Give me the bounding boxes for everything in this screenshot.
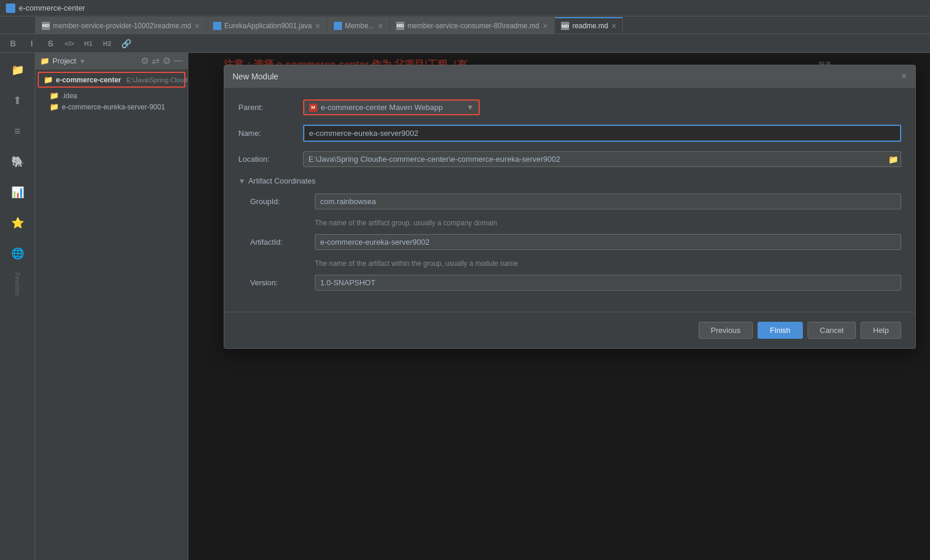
code-button[interactable]: </> [61,36,78,51]
sidebar-star-icon[interactable]: ⭐ [3,209,32,238]
panel-minimize-icon[interactable]: — [174,55,183,66]
main-content: 注意：选择 e-commerce-center 作为 父项目/工程（有... N… [188,53,930,560]
left-sidebar: 📁 ⬆ ≡ 🐘 📊 ⭐ 🌐 Favorites [0,53,35,560]
parent-row: Parent: M e-commerce-center Maven Webapp… [238,99,901,115]
tab-close-4[interactable]: × [543,21,547,31]
editor-toolbar: B I S </> H1 H2 🔗 [0,34,930,53]
project-panel: 📁 Project ▼ ⚙ ⇄ ⚙ — 📁 e-commerce-center … [35,53,188,560]
maven-icon: M [309,104,317,112]
artifact-section-label: Artifact Coordinates [248,176,315,185]
gradle-icon-symbol: 🐘 [11,155,24,168]
dialog-body: Parent: M e-commerce-center Maven Webapp… [224,88,915,312]
groupid-input[interactable] [315,194,901,209]
tab-member-service[interactable]: Membe... × [327,17,389,34]
italic-button[interactable]: I [24,36,40,51]
panel-dropdown-icon[interactable]: ▼ [79,58,85,65]
artifactid-label: ArtifactId: [250,238,315,246]
tab-close-3[interactable]: × [378,21,383,31]
tree-idea-folder[interactable]: 📁 .idea [35,90,188,101]
tab-close-1[interactable]: × [195,21,200,31]
parent-dropdown-arrow: ▼ [466,103,474,112]
link-button[interactable]: 🔗 [118,36,134,51]
dialog-close-button[interactable]: × [901,70,907,82]
eureka-folder-icon: 📁 [49,102,59,111]
location-field-wrapper: 📁 [303,151,901,167]
tab-readme-active[interactable]: MD readme.md × [554,17,623,34]
tab-label-1: member-service-provider-10002\readme.md [53,22,191,30]
tab-label-4: member-service-consumer-80\readme.md [407,22,539,30]
artifact-sub-form: GroupId: The name of the artifact group,… [238,194,901,291]
bold-button[interactable]: B [5,36,21,51]
panel-expand-icon[interactable]: ⇄ [152,55,160,66]
tab-consumer-readme[interactable]: MD member-service-consumer-80\readme.md … [390,17,554,34]
sidebar-web-icon[interactable]: 🌐 [3,239,32,269]
tab-icon-md1: MD [42,22,50,30]
previous-button[interactable]: Previous [699,322,753,339]
version-row: Version: [250,275,901,291]
eureka-folder-label: e-commerce-eureka-server-9001 [62,103,165,111]
strikethrough-button[interactable]: S [42,36,59,51]
sidebar-chart-icon[interactable]: 📊 [3,178,32,208]
app-icon [6,4,15,13]
location-folder-button[interactable]: 📁 [888,155,898,164]
panel-title-icon: 📁 [40,56,49,65]
idea-folder-icon: 📁 [49,91,59,100]
dialog-backdrop: New Module × Parent: M e-commerce-center… [188,53,930,560]
h1-button[interactable]: H1 [80,36,97,51]
location-row: Location: 📁 [238,151,901,167]
cancel-button[interactable]: Cancel [808,322,856,339]
dialog-title-text: New Module [232,72,278,81]
artifactid-row: ArtifactId: [250,234,901,250]
panel-gear-icon[interactable]: ⚙ [162,55,171,66]
web-icon-symbol: 🌐 [11,247,24,260]
name-row: Name: [238,125,901,142]
dialog-footer: Previous Finish Cancel Help [224,312,915,348]
dialog-title-bar: New Module × [224,65,915,88]
finish-button[interactable]: Finish [758,322,803,339]
tab-eureka-app[interactable]: EurekaApplication9001.java × [207,17,327,34]
idea-folder-label: .idea [62,92,77,100]
panel-actions: ⚙ ⇄ ⚙ — [141,55,183,66]
panel-settings-icon[interactable]: ⚙ [141,55,149,66]
tree-eureka-folder[interactable]: 📁 e-commerce-eureka-server-9001 [35,101,188,112]
version-label: Version: [250,278,315,287]
sidebar-commit-icon[interactable]: ⬆ [3,86,32,116]
name-input[interactable] [303,125,901,142]
version-input[interactable] [315,275,901,291]
app-title: e-commerce-center [19,4,85,12]
groupid-hint: The name of the artifact group, usually … [315,219,901,227]
project-icon-symbol: 📁 [11,64,24,76]
root-item-path: E:\Java\Spring Cloud\e-commerce-c... [127,76,188,84]
sidebar-project-icon[interactable]: 📁 [3,56,32,85]
location-label: Location: [238,155,303,164]
sidebar-favorites-label: Favorites [3,270,32,299]
groupid-label: GroupId: [250,197,315,206]
commit-icon-symbol: ⬆ [13,94,22,107]
tab-member-provider[interactable]: MD member-service-provider-10002\readme.… [35,17,206,34]
chart-icon-symbol: 📊 [11,186,24,199]
tab-label-3: Membe... [345,22,374,30]
help-button[interactable]: Help [861,322,901,339]
tab-icon-md2: MD [396,22,404,30]
tab-close-5[interactable]: × [612,21,616,31]
sidebar-structure-icon[interactable]: ≡ [3,117,32,146]
parent-dropdown[interactable]: M e-commerce-center Maven Webapp ▼ [303,99,480,115]
artifact-chevron: ▼ [238,177,245,185]
tab-icon-md3: MD [561,22,569,30]
artifact-section-header[interactable]: ▼ Artifact Coordinates [238,176,901,185]
structure-icon-symbol: ≡ [14,125,21,138]
sidebar-gradle-icon[interactable]: 🐘 [3,148,32,177]
panel-header: 📁 Project ▼ ⚙ ⇄ ⚙ — [35,53,188,69]
tree-root-item[interactable]: 📁 e-commerce-center E:\Java\Spring Cloud… [38,72,185,88]
h2-button[interactable]: H2 [99,36,115,51]
title-bar: e-commerce-center [0,0,930,16]
tab-close-2[interactable]: × [315,21,320,31]
panel-title-text: Project [52,56,76,65]
tab-bar: MD member-service-provider-10002\readme.… [0,16,930,34]
artifactid-input[interactable] [315,234,901,250]
root-folder-icon: 📁 [44,75,53,84]
name-label: Name: [238,129,303,138]
main-layout: 📁 ⬆ ≡ 🐘 📊 ⭐ 🌐 Favorites 📁 Project ▼ [0,53,930,560]
panel-title: 📁 Project ▼ [40,56,85,65]
location-input[interactable] [303,151,901,167]
